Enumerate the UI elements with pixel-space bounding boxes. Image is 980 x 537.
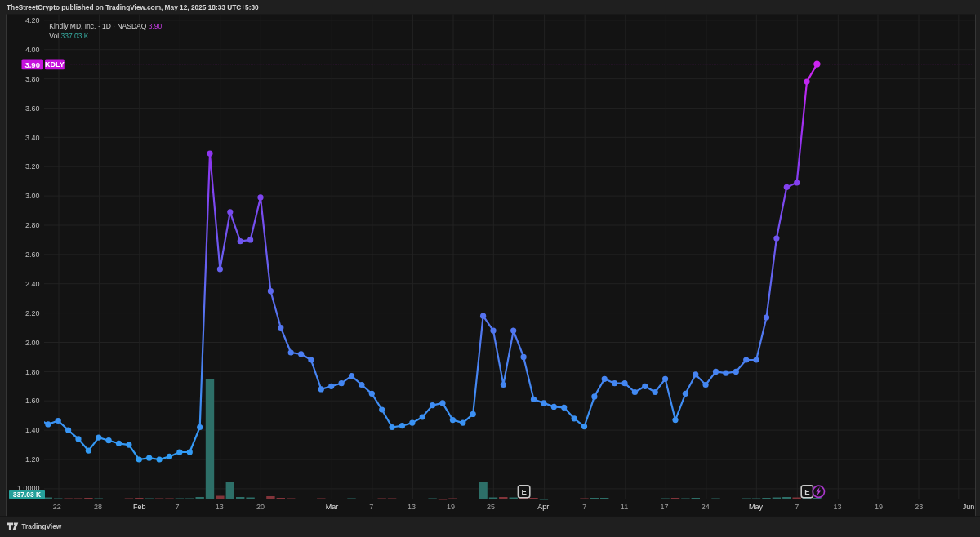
- svg-text:13: 13: [216, 503, 224, 511]
- svg-text:3.80: 3.80: [25, 75, 40, 83]
- svg-text:Kindly MD, Inc. · 1D · NASDAQ: Kindly MD, Inc. · 1D · NASDAQ 3.90: [49, 22, 162, 30]
- svg-text:337.03 K: 337.03 K: [13, 490, 42, 499]
- svg-text:1.40: 1.40: [25, 426, 40, 434]
- svg-text:May: May: [749, 503, 764, 511]
- svg-text:7: 7: [175, 503, 179, 511]
- svg-text:13: 13: [408, 503, 416, 511]
- svg-text:3.90: 3.90: [24, 60, 40, 69]
- svg-text:20: 20: [256, 503, 265, 511]
- svg-text:13: 13: [834, 503, 842, 511]
- svg-text:KDLY: KDLY: [45, 60, 65, 69]
- svg-text:24: 24: [702, 503, 710, 511]
- svg-text:23: 23: [915, 503, 923, 511]
- svg-text:E: E: [521, 487, 526, 496]
- svg-text:7: 7: [369, 503, 373, 511]
- svg-text:Jun: Jun: [963, 503, 975, 511]
- svg-text:7: 7: [795, 503, 799, 511]
- svg-text:11: 11: [621, 503, 628, 511]
- svg-text:4.00: 4.00: [25, 46, 40, 54]
- svg-text:Mar: Mar: [326, 503, 339, 511]
- svg-text:25: 25: [487, 503, 495, 511]
- svg-text:17: 17: [661, 503, 669, 511]
- svg-text:3.60: 3.60: [25, 104, 40, 113]
- svg-text:E: E: [804, 487, 809, 496]
- svg-text:Apr: Apr: [537, 503, 549, 511]
- svg-text:2.60: 2.60: [25, 251, 40, 259]
- svg-text:TheStreetCrypto published on T: TheStreetCrypto published on TradingView…: [7, 3, 259, 11]
- svg-text:19: 19: [447, 503, 455, 511]
- svg-text:28: 28: [94, 503, 102, 511]
- svg-text:19: 19: [875, 503, 883, 511]
- svg-text:Vol 337.03 K: Vol 337.03 K: [49, 32, 89, 40]
- svg-text:2.40: 2.40: [25, 280, 40, 288]
- svg-text:TradingView: TradingView: [22, 522, 62, 530]
- svg-text:Feb: Feb: [133, 503, 146, 511]
- svg-text:3.40: 3.40: [25, 134, 40, 142]
- svg-text:22: 22: [53, 503, 61, 511]
- svg-text:1.20: 1.20: [25, 455, 40, 464]
- svg-text:2.20: 2.20: [25, 309, 40, 317]
- svg-text:1.60: 1.60: [25, 397, 40, 405]
- svg-text:7: 7: [582, 503, 586, 511]
- svg-text:3.20: 3.20: [25, 162, 40, 171]
- svg-text:4.20: 4.20: [25, 16, 40, 24]
- svg-text:2.00: 2.00: [25, 339, 40, 347]
- svg-text:3.00: 3.00: [25, 192, 40, 200]
- svg-text:1.80: 1.80: [25, 368, 40, 376]
- svg-text:2.80: 2.80: [25, 221, 40, 229]
